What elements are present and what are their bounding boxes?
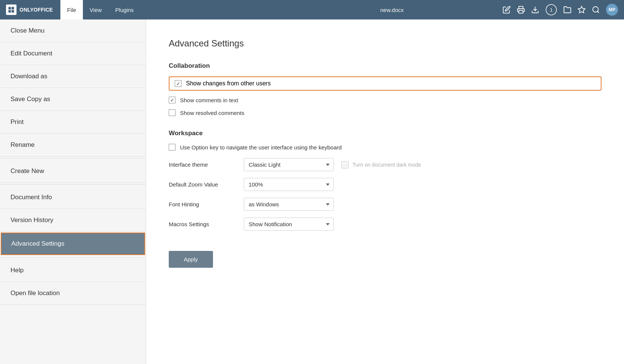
show-changes-checkbox-wrapper[interactable]: Show changes from other users: [169, 76, 602, 91]
sidebar-divider-1: [0, 158, 146, 158]
macros-settings-select[interactable]: Show Notification Enable All Disable All…: [244, 218, 334, 231]
keyboard-label: Use Option key to navigate the user inte…: [180, 144, 342, 151]
sidebar-divider-3: [0, 257, 146, 258]
sidebar-item-download-as[interactable]: Download as: [0, 65, 146, 88]
app-logo[interactable]: ONLYOFFICE: [6, 4, 53, 15]
svg-rect-3: [12, 10, 14, 13]
default-zoom-row: Default Zoom Value 50% 75% 100% 125% 150…: [169, 178, 602, 191]
sidebar-item-close-menu[interactable]: Close Menu: [0, 19, 146, 42]
default-zoom-label: Default Zoom Value: [169, 181, 236, 188]
edit-icon[interactable]: [502, 6, 511, 14]
document-title: new.docx: [281, 7, 502, 13]
show-comments-checkbox[interactable]: [169, 97, 176, 103]
dark-mode-checkbox[interactable]: [341, 161, 349, 169]
dark-mode-toggle[interactable]: Turn on document dark mode: [341, 161, 421, 169]
macros-settings-row: Macros Settings Show Notification Enable…: [169, 218, 602, 231]
sidebar-item-print[interactable]: Print: [0, 111, 146, 134]
notification-icon[interactable]: 1: [545, 4, 557, 16]
show-resolved-checkbox-wrapper[interactable]: Show resolved comments: [169, 109, 244, 116]
nav-tab-plugins[interactable]: Plugins: [108, 0, 140, 19]
interface-theme-label: Interface theme: [169, 161, 236, 168]
sidebar-item-open-file-location[interactable]: Open file location: [0, 282, 146, 305]
sidebar-item-version-history[interactable]: Version History: [0, 209, 146, 232]
font-hinting-label: Font Hinting: [169, 201, 236, 207]
svg-rect-1: [12, 7, 14, 10]
interface-theme-row: Interface theme Classic Light Classic Da…: [169, 158, 602, 171]
svg-point-9: [593, 7, 598, 12]
collaboration-title: Collaboration: [169, 62, 602, 70]
show-resolved-label: Show resolved comments: [180, 110, 244, 116]
nav-tab-file[interactable]: File: [60, 0, 83, 19]
font-hinting-row: Font Hinting as Windows as OS X Native N…: [169, 198, 602, 211]
logo-text: ONLYOFFICE: [20, 7, 53, 13]
search-icon[interactable]: [592, 6, 600, 14]
print-icon[interactable]: [517, 6, 525, 14]
apply-button[interactable]: Apply: [169, 251, 213, 268]
show-resolved-checkbox[interactable]: [169, 109, 176, 116]
keyboard-checkbox[interactable]: [169, 144, 176, 151]
svg-marker-8: [578, 6, 585, 13]
checkbox-row-3: Show resolved comments: [169, 109, 602, 116]
svg-rect-2: [9, 10, 11, 13]
keyboard-checkbox-wrapper[interactable]: Use Option key to navigate the user inte…: [169, 144, 342, 151]
download-icon[interactable]: [531, 6, 539, 14]
avatar[interactable]: MP: [606, 4, 618, 16]
show-changes-checkbox[interactable]: [175, 80, 182, 87]
workspace-section: Workspace Use Option key to navigate the…: [169, 130, 602, 231]
sidebar-item-create-new[interactable]: Create New: [0, 160, 146, 183]
interface-theme-select[interactable]: Classic Light Classic Dark System Defaul…: [244, 158, 334, 171]
show-comments-label: Show comments in text: [180, 97, 238, 103]
svg-text:1: 1: [550, 7, 552, 13]
font-hinting-select[interactable]: as Windows as OS X Native No hinting: [244, 198, 334, 211]
svg-line-10: [597, 11, 599, 13]
collaboration-section: Collaboration Show changes from other us…: [169, 62, 602, 116]
show-comments-checkbox-wrapper[interactable]: Show comments in text: [169, 97, 238, 103]
svg-rect-0: [9, 7, 11, 10]
sidebar-divider-2: [0, 184, 146, 185]
sidebar: Close Menu Edit Document Download as Sav…: [0, 19, 146, 364]
main-layout: Close Menu Edit Document Download as Sav…: [0, 19, 624, 364]
macros-settings-label: Macros Settings: [169, 221, 236, 227]
sidebar-item-advanced-settings[interactable]: Advanced Settings: [1, 233, 145, 255]
workspace-title: Workspace: [169, 130, 602, 137]
page-title: Advanced Settings: [169, 38, 602, 49]
checkbox-row-2: Show comments in text: [169, 97, 602, 103]
checkbox-row-1: Show changes from other users: [169, 76, 602, 91]
topbar: ONLYOFFICE File View Plugins new.docx: [0, 0, 624, 19]
sidebar-item-edit-document[interactable]: Edit Document: [0, 42, 146, 65]
topbar-actions: 1 MP: [502, 4, 618, 16]
folder-icon[interactable]: [563, 6, 572, 14]
sidebar-item-save-copy-as[interactable]: Save Copy as: [0, 88, 146, 111]
sidebar-item-rename[interactable]: Rename: [0, 134, 146, 157]
star-icon[interactable]: [578, 6, 586, 14]
topbar-nav: File View Plugins: [60, 0, 282, 19]
svg-rect-4: [519, 10, 523, 13]
keyboard-checkbox-row: Use Option key to navigate the user inte…: [169, 144, 602, 151]
content-area: Advanced Settings Collaboration Show cha…: [146, 19, 624, 364]
nav-tab-view[interactable]: View: [83, 0, 108, 19]
sidebar-item-document-info[interactable]: Document Info: [0, 186, 146, 209]
dark-mode-label: Turn on document dark mode: [352, 162, 421, 168]
sidebar-item-help[interactable]: Help: [0, 259, 146, 282]
default-zoom-select[interactable]: 50% 75% 100% 125% 150% 200%: [244, 178, 334, 191]
logo-icon: [6, 4, 16, 15]
show-changes-label: Show changes from other users: [186, 80, 271, 87]
